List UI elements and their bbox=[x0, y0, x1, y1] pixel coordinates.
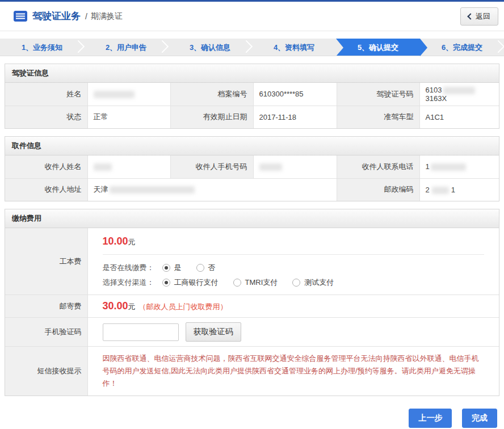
sms-code-label: 手机验证码 bbox=[5, 318, 87, 347]
mail-fee-amount: 30.00 bbox=[103, 300, 128, 312]
table-row: 收件人地址 天津 邮政编码 21 bbox=[5, 178, 499, 201]
expiry-value: 2017-11-18 bbox=[253, 106, 337, 128]
table-row: 工本费 10.00元 是否在线缴费： 是 否 bbox=[5, 228, 499, 295]
step-progress-bar: 1、业务须知 2、用户申告 3、确认信息 4、资料填写 5、确认提交 6、完成提… bbox=[0, 39, 504, 56]
redacted-name bbox=[94, 91, 135, 98]
recipient-address-value: 天津 bbox=[87, 178, 337, 201]
license-info-table: 姓名 档案编号 610300****85 驾驶证号码 61033163X 状态 … bbox=[5, 83, 499, 128]
online-pay-no-option[interactable]: 否 bbox=[196, 263, 216, 273]
license-no-label: 驾驶证号码 bbox=[337, 83, 419, 106]
table-row: 手机验证码 获取验证码 bbox=[5, 318, 499, 347]
license-info-panel: 驾驶证信息 姓名 档案编号 610300****85 驾驶证号码 6103316… bbox=[5, 64, 499, 129]
redacted-recipient-name bbox=[94, 163, 112, 171]
channel-test-label: 测试支付 bbox=[304, 277, 334, 288]
online-pay-question: 是否在线缴费： bbox=[103, 263, 154, 273]
online-pay-yes-option[interactable]: 是 bbox=[162, 263, 182, 273]
mail-fee-label: 邮寄费 bbox=[5, 295, 87, 318]
chevron-right-separator-icon bbox=[240, 40, 253, 53]
postal-code-label: 邮政编码 bbox=[337, 178, 419, 201]
vehicle-class-value: A1C1 bbox=[419, 106, 499, 128]
production-fee-unit: 元 bbox=[128, 238, 136, 246]
production-fee-cell: 10.00元 是否在线缴费： 是 否 选择支付渠道： bbox=[87, 228, 499, 295]
table-row: 短信接收提示 因陕西省联通、电信运营商技术问题，陕西省互联网交通安全综合服务管理… bbox=[5, 347, 499, 396]
redacted-postal-code bbox=[432, 187, 449, 194]
pay-channel-row: 选择支付渠道： 工商银行支付 TMRI支付 测试支付 bbox=[94, 275, 494, 295]
mail-fee-cell: 30.00元（邮政人员上门收取费用） bbox=[87, 295, 499, 318]
redacted-phone bbox=[431, 163, 466, 171]
online-pay-no-label: 否 bbox=[208, 263, 216, 273]
pickup-info-table: 收件人姓名 收件人手机号码 收件人联系电话 1 收件人地址 天津 邮政编码 21 bbox=[5, 155, 499, 201]
recipient-name-value bbox=[87, 155, 170, 178]
recipient-mobile-value bbox=[253, 155, 337, 178]
breadcrumb-separator: / bbox=[85, 12, 87, 21]
radio-checked-icon[interactable] bbox=[162, 264, 170, 272]
recipient-phone-label: 收件人联系电话 bbox=[337, 155, 419, 178]
pickup-info-panel: 取件信息 收件人姓名 收件人手机号码 收件人联系电话 1 收件人地址 天津 邮政… bbox=[5, 136, 499, 201]
fees-table: 工本费 10.00元 是否在线缴费： 是 否 bbox=[5, 228, 499, 396]
chevron-right-separator-icon bbox=[72, 40, 85, 53]
step-tab-1[interactable]: 1、业务须知 bbox=[0, 39, 84, 56]
license-info-title: 驾驶证信息 bbox=[5, 64, 499, 83]
redacted-license-no bbox=[443, 87, 475, 94]
channel-tmri-option[interactable]: TMRI支付 bbox=[233, 277, 278, 288]
footer-actions: 上一步 完成 bbox=[7, 409, 497, 428]
back-button-label: 返回 bbox=[476, 11, 490, 22]
table-row: 邮寄费 30.00元（邮政人员上门收取费用） bbox=[5, 295, 499, 318]
step-tab-4[interactable]: 4、资料填写 bbox=[252, 39, 336, 56]
channel-tmri-label: TMRI支付 bbox=[245, 277, 278, 288]
status-value: 正常 bbox=[87, 106, 170, 128]
chevron-right-separator-icon bbox=[156, 40, 169, 53]
page-title: 驾驶证业务 bbox=[32, 10, 81, 23]
name-value bbox=[87, 83, 170, 106]
table-row: 收件人姓名 收件人手机号码 收件人联系电话 1 bbox=[5, 155, 499, 178]
postal-code-value: 21 bbox=[419, 178, 499, 201]
table-row: 姓名 档案编号 610300****85 驾驶证号码 61033163X bbox=[5, 83, 499, 106]
license-list-icon bbox=[14, 11, 27, 22]
channel-icbc-label: 工商银行支付 bbox=[174, 277, 219, 288]
step-tab-3[interactable]: 3、确认信息 bbox=[168, 39, 252, 56]
get-code-button[interactable]: 获取验证码 bbox=[186, 322, 241, 342]
pay-channel-question: 选择支付渠道： bbox=[103, 277, 154, 288]
online-pay-yes-label: 是 bbox=[174, 263, 182, 273]
step-tab-6[interactable]: 6、完成提交 bbox=[420, 39, 504, 56]
file-no-value: 610300****85 bbox=[253, 83, 337, 106]
redacted-address bbox=[110, 186, 195, 194]
file-no-label: 档案编号 bbox=[170, 83, 253, 106]
radio-unchecked-icon[interactable] bbox=[196, 264, 204, 272]
sms-tip-text: 因陕西省联通、电信运营商技术问题，陕西省互联网交通安全综合服务管理平台无法向持陕… bbox=[94, 347, 494, 396]
vehicle-class-label: 准驾车型 bbox=[337, 106, 419, 128]
expiry-label: 有效期止日期 bbox=[170, 106, 253, 128]
radio-unchecked-icon[interactable] bbox=[233, 279, 241, 287]
breadcrumb-current: 期满换证 bbox=[91, 11, 123, 22]
production-fee-label: 工本费 bbox=[5, 228, 87, 295]
radio-checked-icon[interactable] bbox=[162, 279, 170, 287]
name-label: 姓名 bbox=[5, 83, 87, 106]
recipient-phone-value: 1 bbox=[419, 155, 499, 178]
fees-panel: 缴纳费用 工本费 10.00元 是否在线缴费： 是 否 bbox=[5, 209, 499, 396]
previous-step-button[interactable]: 上一步 bbox=[409, 409, 452, 428]
mail-fee-note: （邮政人员上门收取费用） bbox=[139, 302, 228, 311]
sms-tip-label: 短信接收提示 bbox=[5, 347, 87, 396]
online-pay-row: 是否在线缴费： 是 否 bbox=[94, 260, 494, 275]
sms-tip-cell: 因陕西省联通、电信运营商技术问题，陕西省互联网交通安全综合服务管理平台无法向持陕… bbox=[87, 347, 499, 396]
step-tab-2[interactable]: 2、用户申告 bbox=[84, 39, 168, 56]
pickup-info-title: 取件信息 bbox=[5, 137, 499, 155]
channel-test-option[interactable]: 测试支付 bbox=[292, 277, 334, 288]
recipient-address-label: 收件人地址 bbox=[5, 178, 87, 201]
recipient-mobile-label: 收件人手机号码 bbox=[170, 155, 253, 178]
mail-fee-unit: 元 bbox=[128, 302, 136, 311]
back-button[interactable]: 返回 bbox=[460, 7, 498, 26]
radio-unchecked-icon[interactable] bbox=[292, 279, 300, 287]
page-header: 驾驶证业务 / 期满换证 返回 bbox=[0, 2, 504, 31]
status-label: 状态 bbox=[5, 106, 87, 128]
recipient-name-label: 收件人姓名 bbox=[5, 155, 87, 178]
production-fee-amount: 10.00 bbox=[103, 235, 128, 247]
redacted-mobile bbox=[259, 163, 282, 171]
finish-button[interactable]: 完成 bbox=[462, 409, 497, 428]
step-tab-5-active[interactable]: 5、确认提交 bbox=[336, 39, 420, 56]
sms-code-cell: 获取验证码 bbox=[87, 318, 499, 347]
divider bbox=[103, 254, 485, 255]
chevron-left-icon bbox=[467, 13, 473, 19]
sms-code-input[interactable] bbox=[103, 323, 179, 341]
channel-icbc-option[interactable]: 工商银行支付 bbox=[162, 277, 219, 288]
